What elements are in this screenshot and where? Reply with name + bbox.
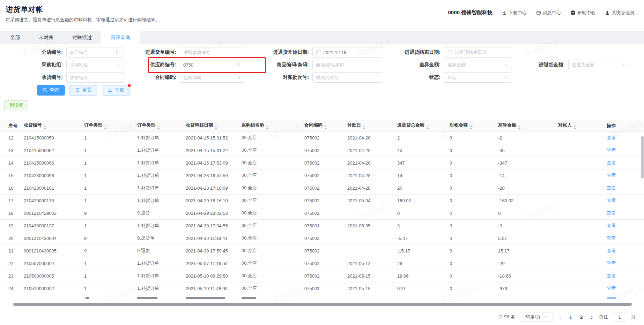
page-number-1[interactable]: 1: [568, 315, 573, 320]
view-link[interactable]: 查看: [607, 223, 616, 228]
user-menu[interactable]: 系统管理员: [605, 10, 634, 16]
column-header[interactable]: 收货审核日期: [182, 120, 238, 131]
supplier-no-input[interactable]: [180, 60, 244, 70]
view-link[interactable]: 查看: [607, 286, 616, 291]
refresh-icon: [75, 88, 80, 93]
table-cell: 1.补货订单: [134, 270, 182, 282]
view-link[interactable]: 查看: [607, 185, 616, 190]
batch-no-input[interactable]: [312, 72, 382, 83]
tab-unreconciled[interactable]: 未对账: [29, 31, 63, 44]
order-no-input[interactable]: [180, 47, 244, 58]
column-header: 操作: [603, 120, 644, 131]
page-number-2[interactable]: 2: [578, 315, 584, 320]
sort-icon[interactable]: [266, 126, 269, 130]
view-link[interactable]: 查看: [607, 160, 616, 165]
table-cell: 1: [81, 131, 134, 144]
table-cell: 17: [0, 194, 20, 207]
column-header[interactable]: 付款日: [344, 120, 394, 131]
receipt-no-input[interactable]: [66, 72, 124, 83]
table-cell: 2021-05-10 11:48:00: [182, 282, 238, 295]
search-icon: [236, 62, 241, 67]
help-center-link[interactable]: ? 帮助中心: [570, 10, 595, 16]
download-button[interactable]: 下载: [102, 85, 130, 96]
tab-advanced-query[interactable]: 高级查询: [101, 31, 140, 44]
search-button[interactable]: 查询: [37, 85, 65, 96]
column-header[interactable]: 订单类型: [81, 120, 134, 131]
column-header[interactable]: 收货编号: [20, 120, 81, 131]
table-row: 1921043000013711.补货订单2021-04-30 17:04:55…: [0, 219, 644, 232]
prev-page-button[interactable]: ‹: [558, 314, 563, 320]
view-link[interactable]: 查看: [607, 173, 616, 178]
purchase-group-placeholder: 采购柜组: [70, 62, 88, 68]
inout-amount-select[interactable]: 进退货金额: [568, 60, 629, 70]
column-header[interactable]: 差异金额: [495, 120, 555, 131]
goto-page-input[interactable]: [613, 312, 626, 322]
view-link[interactable]: 查看: [607, 235, 616, 241]
page-title: 进货单对帐: [6, 5, 160, 14]
page-size-select[interactable]: 50条/页: [520, 312, 553, 322]
view-link[interactable]: 查看: [607, 135, 616, 140]
column-header[interactable]: 采购组名称: [238, 120, 301, 131]
start-date-input[interactable]: 2021-12-18: [312, 47, 382, 58]
view-link[interactable]: 查看: [607, 248, 616, 253]
title-block: 进货单对帐 对采购进货、退货单进行总金额的对账审核，审核通过后才可进行购销结算。: [6, 5, 160, 23]
horizontal-scrollbar[interactable]: [13, 303, 632, 306]
table-cell: 1.补货订单: [134, 257, 182, 270]
status-placeholder: 状态: [447, 74, 457, 81]
download-center-link[interactable]: 下载中心: [502, 10, 527, 16]
table-cell: [555, 144, 603, 157]
contract-no-input[interactable]: [180, 72, 244, 83]
tab-reconciled[interactable]: 对账通过: [63, 31, 101, 44]
sort-icon[interactable]: [324, 126, 327, 130]
table-cell: 00.全店: [238, 270, 301, 282]
column-header[interactable]: 订单类型: [134, 120, 182, 131]
sort-icon[interactable]: [469, 126, 472, 130]
table-cell: 0: [446, 182, 495, 194]
table-cell: 1: [81, 219, 134, 232]
view-link[interactable]: 查看: [607, 148, 616, 153]
status-select[interactable]: 状态: [444, 72, 512, 83]
column-settings-button[interactable]: 列设置: [4, 100, 28, 110]
view-link[interactable]: 查看: [607, 260, 616, 266]
sort-icon[interactable]: [215, 126, 217, 130]
purchase-group-select[interactable]: 采购柜组: [66, 60, 124, 70]
sort-icon[interactable]: [573, 126, 576, 130]
batch-no-field-group: 对账批次号:: [251, 72, 382, 83]
sort-icon[interactable]: [104, 126, 107, 130]
column-header[interactable]: 进退货总金额: [394, 120, 446, 131]
table-cell: 1: [81, 194, 134, 207]
reset-button[interactable]: 重置: [69, 85, 97, 96]
view-link[interactable]: 查看: [607, 198, 616, 203]
column-header[interactable]: 对帐人: [555, 120, 603, 131]
message-center-link[interactable]: 消息中心: [536, 10, 561, 16]
product-code-input[interactable]: [312, 60, 382, 70]
tab-all[interactable]: 全部: [1, 31, 29, 44]
next-page-button[interactable]: ›: [589, 314, 594, 320]
table-cell: 3: [394, 219, 446, 232]
sort-icon[interactable]: [363, 126, 365, 130]
table-cell: 0: [446, 232, 495, 244]
search-icon: [116, 50, 120, 55]
sort-icon[interactable]: [426, 126, 429, 130]
column-header[interactable]: 合同编码: [301, 120, 344, 131]
branch-no-input[interactable]: [66, 47, 124, 58]
table-cell: 00.全店: [238, 131, 301, 144]
download-center-label: 下载中心: [509, 10, 527, 16]
diff-amount-select[interactable]: 差异金额: [444, 60, 512, 70]
tab-advanced-query-label: 高级查询: [111, 35, 130, 40]
inout-amount-placeholder: 进退货金额: [572, 62, 594, 68]
sort-icon[interactable]: [44, 126, 46, 130]
view-link[interactable]: 查看: [607, 273, 616, 278]
table-cell: 0: [446, 282, 495, 295]
table-cell: 00.全店: [238, 194, 301, 207]
table-cell: -160.02: [495, 194, 555, 207]
sort-icon[interactable]: [157, 126, 160, 130]
table-cell: 075002: [301, 194, 344, 207]
column-header[interactable]: 对帐金额: [446, 120, 495, 131]
view-link[interactable]: 查看: [607, 210, 616, 216]
table-cell: 075002: [301, 244, 344, 257]
sort-icon[interactable]: [518, 126, 521, 130]
vertical-scrollbar[interactable]: [641, 136, 644, 179]
end-date-input[interactable]: 进退货结束日期: [444, 47, 512, 58]
inout-amount-field-group: 进退货金额: 进退货金额: [513, 60, 629, 70]
